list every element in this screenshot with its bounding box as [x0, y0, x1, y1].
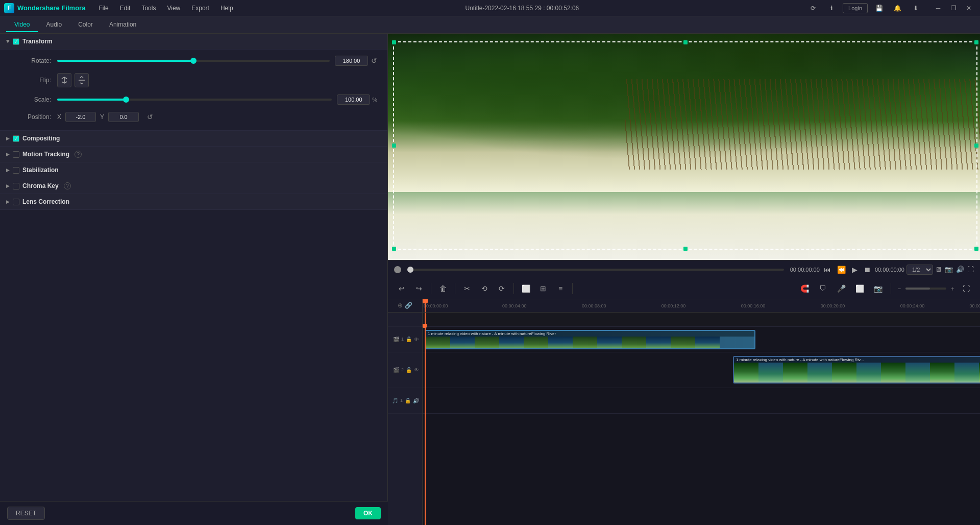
position-y-input[interactable] — [108, 112, 139, 122]
link-icon[interactable]: 🔗 — [405, 302, 412, 309]
download-icon[interactable]: ⬇ — [909, 3, 923, 14]
play-button[interactable]: ▶ — [850, 264, 860, 276]
stop-button[interactable]: ⏹ — [862, 264, 873, 276]
tab-bar: Video Audio Color Animation — [0, 16, 980, 34]
ruler-tick-0: 00:00:00:00 — [424, 303, 448, 308]
step-back-button[interactable]: ⏪ — [835, 264, 848, 276]
menu-tools[interactable]: Tools — [136, 3, 161, 14]
rotate-right-button[interactable]: ⟳ — [494, 281, 509, 296]
motion-tracking-section-header[interactable]: ▶ Motion Tracking ? — [0, 147, 387, 162]
zoom-slider[interactable] — [905, 288, 946, 290]
zoom-out-icon[interactable]: － — [896, 284, 902, 293]
position-x-input[interactable] — [65, 112, 96, 122]
audio-mute-icon[interactable]: 🔊 — [413, 398, 419, 403]
video-clip-2[interactable]: 1 minute relaxing video with nature - A … — [733, 356, 980, 384]
ruler-tick-7: 00:00:28:00 — [970, 303, 980, 308]
lens-correction-checkbox[interactable] — [13, 199, 19, 205]
rotate-value[interactable] — [335, 56, 368, 66]
flip-vertical-button[interactable] — [75, 73, 89, 87]
skip-back-button[interactable]: ⏮ — [822, 264, 833, 276]
monitor-icon[interactable]: 🖥 — [935, 266, 942, 273]
screenshot-button[interactable]: 📷 — [870, 281, 886, 296]
delete-button[interactable]: 🗑 — [435, 281, 451, 296]
reset-button[interactable]: RESET — [7, 507, 45, 520]
cut-button[interactable]: ✂ — [459, 281, 475, 296]
ok-button[interactable]: OK — [355, 507, 381, 519]
rotate-left-button[interactable]: ⟲ — [477, 281, 492, 296]
close-button[interactable]: ✕ — [962, 3, 976, 14]
flip-horizontal-button[interactable] — [57, 73, 71, 87]
camera-icon[interactable]: 📷 — [945, 266, 953, 273]
track2-video-icon: 🎬 — [393, 367, 399, 373]
tab-animation[interactable]: Animation — [101, 18, 144, 32]
menu-view[interactable]: View — [162, 3, 185, 14]
chroma-key-help[interactable]: ? — [64, 182, 71, 189]
rotate-slider[interactable] — [57, 60, 330, 62]
ruler-marks-area[interactable]: 00:00:00:00 00:00:04:00 00:00:08:00 00:0… — [423, 299, 980, 312]
snap-button[interactable]: 🧲 — [797, 281, 812, 296]
fullscreen-icon[interactable]: ⛶ — [967, 266, 974, 273]
menu-file[interactable]: File — [93, 3, 113, 14]
stabilization-checkbox[interactable] — [13, 167, 19, 174]
zoom-in-icon[interactable]: ＋ — [949, 284, 955, 293]
ruler-tick-4: 00:00:16:00 — [741, 303, 766, 308]
clip-2-frame-2 — [758, 363, 783, 383]
chroma-key-checkbox[interactable] — [13, 183, 19, 189]
app-logo: F Wondershare Filmora — [4, 3, 85, 13]
minimize-button[interactable]: ─ — [931, 3, 945, 14]
video-clip-1[interactable]: 1 minute relaxing video with nature - A … — [425, 330, 755, 349]
chroma-key-section-header[interactable]: ▶ Chroma Key ? — [0, 178, 387, 194]
handle-bottom-right[interactable] — [974, 247, 978, 251]
scale-value[interactable] — [337, 94, 370, 105]
menu-edit[interactable]: Edit — [115, 3, 136, 14]
quality-select[interactable]: 1/2 Full 1/4 — [906, 265, 933, 275]
tab-video[interactable]: Video — [6, 18, 38, 32]
handle-bottom-middle[interactable] — [683, 247, 688, 251]
transform-section-header[interactable]: ▶ ✓ Transform — [0, 34, 387, 50]
motion-tracking-help[interactable]: ? — [75, 151, 82, 158]
split-audio-button[interactable]: ⊞ — [535, 281, 551, 296]
correction-button[interactable]: ⬜ — [852, 281, 867, 296]
rotate-reset-icon[interactable]: ↺ — [371, 57, 377, 65]
preview-scrubber[interactable] — [407, 269, 784, 271]
position-marker[interactable] — [394, 266, 401, 273]
adjust-audio-button[interactable]: ≡ — [553, 281, 568, 296]
track1-lock-icon[interactable]: 🔓 — [406, 337, 412, 342]
insert-button[interactable]: ⬜ — [518, 281, 533, 296]
save-icon[interactable]: 💾 — [872, 3, 886, 14]
compositing-section-header[interactable]: ▶ ✓ Compositing — [0, 131, 387, 147]
motion-tracking-checkbox[interactable] — [13, 151, 19, 158]
track1-number: 1 — [401, 337, 404, 342]
voice-button[interactable]: 🎤 — [834, 281, 849, 296]
clip-frame-4 — [499, 337, 524, 348]
position-reset-icon[interactable]: ↺ — [147, 113, 153, 121]
clip-frame-9 — [622, 337, 646, 348]
sync-icon[interactable]: ⟳ — [806, 3, 820, 14]
track2-eye-icon[interactable]: 👁 — [414, 367, 419, 373]
info-icon[interactable]: ℹ — [824, 3, 839, 14]
volume-icon[interactable]: 🔊 — [956, 266, 964, 273]
menu-help[interactable]: Help — [215, 3, 238, 14]
track-add-controls: ⊕ 🔗 — [388, 299, 422, 312]
track1-eye-icon[interactable]: 👁 — [414, 337, 419, 342]
restore-button[interactable]: ❐ — [946, 3, 961, 14]
audio-lock-icon[interactable]: 🔓 — [405, 398, 411, 403]
scale-slider[interactable] — [57, 99, 332, 101]
tab-color[interactable]: Color — [70, 18, 101, 32]
add-media-icon[interactable]: ⊕ — [398, 302, 403, 309]
mark-button[interactable]: ⛉ — [815, 281, 830, 296]
transform-checkbox[interactable]: ✓ — [13, 38, 19, 45]
menu-export[interactable]: Export — [186, 3, 214, 14]
fullscreen-timeline-button[interactable]: ⛶ — [959, 281, 974, 296]
handle-bottom-left[interactable] — [392, 247, 396, 251]
login-button[interactable]: Login — [843, 3, 868, 13]
lens-correction-section-header[interactable]: ▶ Lens Correction — [0, 194, 387, 210]
stabilization-section-header[interactable]: ▶ Stabilization — [0, 162, 387, 178]
app-logo-icon: F — [4, 3, 14, 13]
compositing-checkbox[interactable]: ✓ — [13, 135, 19, 142]
tab-audio[interactable]: Audio — [38, 18, 70, 32]
track2-lock-icon[interactable]: 🔓 — [406, 367, 412, 373]
undo-button[interactable]: ↩ — [394, 281, 409, 296]
redo-button[interactable]: ↪ — [411, 281, 427, 296]
notification-icon[interactable]: 🔔 — [890, 3, 904, 14]
